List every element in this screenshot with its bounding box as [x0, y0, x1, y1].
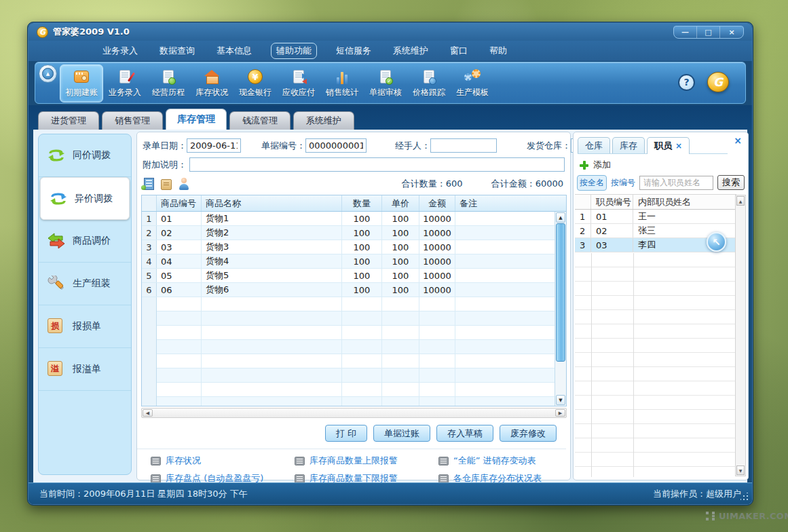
menu-item-sms[interactable]: 短信服务 — [333, 43, 374, 59]
menu-item-basic-info[interactable]: 基本信息 — [214, 43, 255, 59]
minimize-button[interactable]: — — [674, 26, 697, 38]
toolbar-item-production-template[interactable]: 生产模板 — [451, 64, 494, 102]
cell: 货物6 — [202, 283, 342, 297]
print-button[interactable]: 打 印 — [325, 425, 367, 442]
discard-changes-button[interactable]: 废弃修改 — [500, 425, 557, 442]
report-list-icon — [151, 474, 161, 483]
sidebar-item-overflow-report[interactable]: 溢 报溢单 — [39, 348, 131, 391]
lookup-tab-stock[interactable]: 库存 — [612, 137, 645, 153]
toolbar-item-initial-setup[interactable]: 初期建账 — [60, 64, 103, 102]
cell — [455, 269, 556, 282]
employee-table-scrollbar[interactable]: ▲ ▼ — [735, 195, 746, 476]
cell: 货物5 — [202, 269, 342, 282]
scroll-left-icon[interactable]: ◀ — [143, 409, 153, 417]
toolbar-collapse-button[interactable]: ▲ — [39, 64, 57, 83]
sidebar-item-loss-report[interactable]: 损 报损单 — [39, 305, 131, 348]
scroll-down-icon[interactable]: ▼ — [556, 395, 565, 405]
link-stock-status[interactable]: 库存状况 — [151, 455, 295, 467]
toolbar-item-business-entry[interactable]: 业务录入 — [103, 64, 147, 102]
add-employee-button[interactable]: 添加 — [580, 159, 611, 171]
toolbar-item-doc-audit[interactable]: ✓ 单据审核 — [364, 64, 407, 102]
maximize-button[interactable]: □ — [697, 26, 720, 38]
content-area: 同价调拨 异价调拨 — [33, 130, 747, 484]
wrench-icon — [48, 276, 65, 292]
lookup-tab-employee[interactable]: 职员 × — [647, 137, 690, 154]
menu-item-business-entry[interactable]: 业务录入 — [100, 43, 140, 59]
doc-no-input[interactable] — [305, 138, 367, 153]
menu-item-data-query[interactable]: 数据查询 — [157, 43, 198, 59]
sidebar-item-same-price-transfer[interactable]: 同价调拨 — [39, 134, 131, 177]
filter-by-code[interactable]: 按编号 — [611, 177, 635, 189]
sidebar-item-diff-price-transfer[interactable]: 异价调拨 — [40, 177, 130, 220]
toolbar-item-cash-bank[interactable]: ¥ 现金银行 — [233, 64, 277, 102]
toolbar-item-business-history[interactable]: 经营历程 — [147, 64, 190, 102]
toolbar-item-sales-stats[interactable]: 销售统计 — [320, 64, 364, 102]
scroll-up-icon[interactable]: ▲ — [736, 196, 745, 206]
cell: 1 — [575, 210, 591, 223]
tab-inventory-mgmt[interactable]: 库存管理 — [166, 109, 227, 130]
table-row[interactable]: 4 04 货物4 100 100 10000 — [142, 254, 556, 269]
scrollbar-thumb[interactable] — [556, 223, 565, 362]
warehouse-picker-icon[interactable] — [144, 178, 154, 190]
resize-grip[interactable] — [740, 493, 749, 501]
scroll-right-icon[interactable]: ▶ — [555, 409, 565, 417]
handler-input[interactable] — [430, 138, 497, 153]
tab-system-maintain[interactable]: 系统维护 — [293, 111, 354, 130]
document-clock-icon — [160, 69, 177, 85]
cell: 02 — [157, 226, 202, 240]
post-document-button[interactable]: 单据过账 — [373, 425, 430, 442]
scroll-up-icon[interactable]: ▲ — [556, 212, 565, 223]
menu-item-auxiliary[interactable]: 辅助功能 — [271, 43, 317, 59]
sidebar-item-price-adjust[interactable]: 商品调价 — [39, 220, 131, 263]
lookup-tabs: 仓库 库存 职员 × — [578, 137, 728, 154]
note-input[interactable] — [189, 157, 565, 172]
menu-item-window[interactable]: 窗口 — [447, 43, 470, 59]
tab-sales-mgmt[interactable]: 销售管理 — [102, 111, 163, 130]
cell: 100 — [382, 212, 419, 225]
scroll-down-icon[interactable]: ▼ — [736, 466, 745, 475]
toolbar-item-stock-status[interactable]: 库存状况 — [190, 64, 233, 102]
menu-item-help[interactable]: 帮助 — [487, 43, 510, 59]
table-row[interactable]: 1 01 货物1 100 100 10000 — [142, 212, 556, 226]
link-omni-flow-report[interactable]: “全能” 进销存变动表 — [438, 455, 566, 467]
table-row[interactable]: 3 03 货物3 100 100 10000 — [142, 240, 556, 254]
warehouse-label: 发货仓库： — [527, 140, 571, 152]
employee-search-input[interactable] — [639, 176, 713, 190]
employee-picker-icon[interactable] — [179, 178, 189, 190]
tab-cashflow-mgmt[interactable]: 钱流管理 — [229, 111, 290, 130]
goods-picker-icon[interactable] — [161, 179, 172, 190]
close-button[interactable]: × — [720, 26, 743, 38]
save-draft-button[interactable]: 存入草稿 — [436, 425, 493, 442]
lookup-tab-warehouse[interactable]: 仓库 — [578, 137, 610, 153]
table-row[interactable]: 2 02 货物2 100 100 10000 — [142, 226, 556, 240]
tab-close-icon[interactable]: × — [675, 141, 682, 151]
sidebar-item-production-assembly[interactable]: 生产组装 — [39, 263, 131, 305]
cell: 01 — [157, 212, 202, 225]
cell — [455, 283, 556, 297]
employee-row[interactable]: 1 01 王一 — [575, 210, 736, 224]
cell — [455, 226, 556, 240]
module-tab-strip: 进货管理 销售管理 库存管理 钱流管理 系统维护 — [29, 105, 752, 130]
toolbar-item-payables-receivables[interactable]: 应收应付 — [277, 64, 320, 102]
cell: 100 — [342, 283, 382, 297]
app-window: G 管家婆2009 V1.0 — □ × 业务录入 数据查询 基本信息 辅助功能… — [27, 22, 753, 506]
col-header-qty: 数量 — [342, 195, 382, 211]
cell: 2 — [575, 224, 591, 238]
tab-purchase-mgmt[interactable]: 进货管理 — [38, 111, 99, 130]
table-vertical-scrollbar[interactable]: ▲ ▼ — [555, 212, 566, 406]
filter-by-fullname[interactable]: 按全名 — [577, 175, 607, 191]
table-horizontal-scrollbar[interactable]: ◀ ▶ — [141, 408, 567, 418]
table-row[interactable]: 5 05 货物5 100 100 10000 — [142, 269, 556, 283]
link-stock-upper-limit-alert[interactable]: 库存商品数量上限报警 — [295, 455, 438, 467]
panel-close-icon[interactable]: × — [734, 135, 742, 146]
collapse-arrow-icon: ▲ — [42, 68, 54, 79]
cell: 02 — [591, 224, 633, 238]
action-buttons: 打 印 单据过账 存入草稿 废弃修改 — [325, 425, 557, 442]
help-button[interactable]: ? — [678, 74, 695, 91]
search-button[interactable]: 搜索 — [717, 175, 745, 190]
date-input[interactable] — [187, 138, 241, 153]
table-row[interactable]: 6 06 货物6 100 100 10000 — [142, 283, 556, 297]
cell: 1 — [142, 212, 157, 225]
toolbar-item-price-tracking[interactable]: 价格跟踪 — [407, 64, 451, 102]
menu-item-system-maintain[interactable]: 系统维护 — [390, 43, 431, 59]
